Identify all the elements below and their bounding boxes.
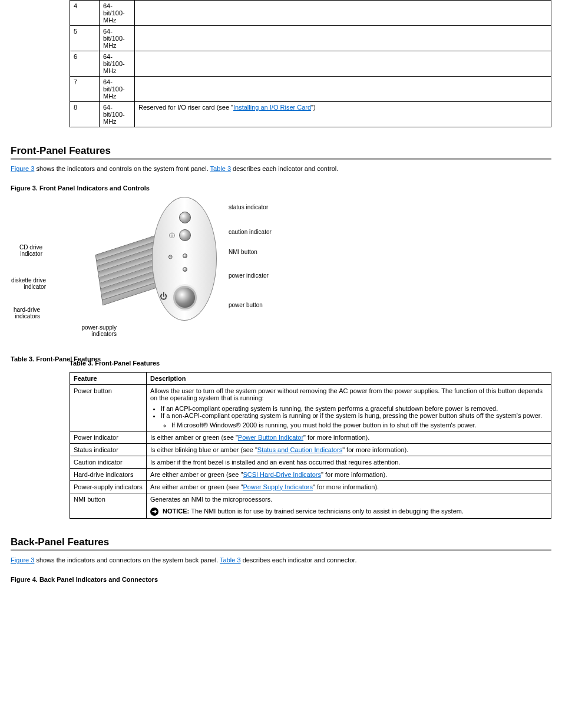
front-intro-text-1: shows the indicators and controls on the… — [36, 165, 210, 172]
callout-powerbtn: power button — [229, 302, 263, 308]
front-intro-text-2: describes each indicator and control. — [233, 165, 338, 172]
table-row: Power-supply indicators Are either amber… — [70, 480, 551, 493]
table-4-link[interactable]: Table 3 — [220, 556, 240, 564]
control-panel-oval: ⓘ ⊖ ⏻ — [152, 197, 217, 321]
list-item: If a non-ACPI-compliant operating system… — [161, 412, 547, 429]
hd-pre: Are either amber or green (see " — [150, 471, 243, 478]
cell-card: 64-bit/100-MHz — [100, 51, 135, 77]
cell-card: 64-bit/100-MHz — [100, 1, 135, 26]
caption-bold: Panel Features — [114, 360, 160, 367]
cell-feature: Status indicator — [70, 443, 147, 456]
si-pre: Is either blinking blue or amber (see " — [150, 446, 257, 453]
table-header-row: Feature Description — [70, 372, 551, 384]
cell-desc — [135, 1, 551, 26]
cell-desc — [135, 26, 551, 51]
scsi-hdd-link[interactable]: SCSI Hard-Drive Indicators — [243, 471, 321, 478]
cell-slot: 8 — [70, 102, 100, 127]
cell-slot: 4 — [70, 1, 100, 26]
pi-post: " for more information). — [303, 434, 369, 441]
back-intro-text-1: shows the indicators and connectors on t… — [36, 556, 220, 564]
bul2-text: If a non-ACPI-compliant operating system… — [161, 412, 542, 419]
cell-card: 64-bit/100-MHz — [100, 77, 135, 102]
cell-desc: Allows the user to turn off the system p… — [147, 384, 551, 431]
riser-link[interactable]: Installing an I/O Riser Card — [233, 104, 311, 111]
cell-feature: NMI button — [70, 493, 147, 518]
figure-3-caption: Figure 3. Front Panel Indicators and Con… — [11, 184, 551, 193]
callout-nmi: NMI button — [229, 249, 257, 255]
cell-desc: Generates an NMI to the microprocessors.… — [147, 493, 551, 518]
status-caution-link[interactable]: Status and Caution Indicators — [257, 446, 342, 453]
section-heading-front: Front-Panel Features — [11, 145, 551, 160]
back-intro-text-2: describes each indicator and connector. — [243, 556, 357, 564]
notice-icon: ➜ — [150, 508, 158, 516]
figure-4-caption: Figure 4. Back Panel Indicators and Conn… — [11, 575, 551, 584]
table-row: NMI button Generates an NMI to the micro… — [70, 493, 551, 518]
nmi-glyph-icon: ⊖ — [168, 253, 173, 260]
callout-cd: CD drive indicator — [11, 244, 42, 257]
cell-card: 64-bit/100-MHz — [100, 102, 135, 127]
cell-slot: 7 — [70, 77, 100, 102]
table-row: 5 64-bit/100-MHz — [70, 26, 551, 51]
col-desc: Description — [147, 372, 551, 384]
figure-3: ⓘ ⊖ ⏻ status indicator caution indicator… — [11, 197, 287, 344]
list-item: If Microsoft® Windows® 2000 is running, … — [171, 421, 547, 429]
table-row: Power button Allows the user to turn off… — [70, 384, 551, 431]
info-glyph-icon: ⓘ — [169, 232, 175, 240]
list-item: If an ACPI-compliant operating system is… — [161, 405, 547, 412]
table-row: Hard-drive indicators Are either amber o… — [70, 468, 551, 480]
table-row: 8 64-bit/100-MHz Reserved for I/O riser … — [70, 102, 551, 127]
cell-desc: Are either amber or green (see "SCSI Har… — [147, 468, 551, 480]
callout-psu: power-supply indicators — [70, 324, 117, 337]
status-led-icon — [179, 212, 191, 223]
device-illustration — [95, 236, 162, 305]
cell-desc — [135, 51, 551, 77]
cell-feature: Power button — [70, 384, 147, 431]
table-row: Caution indicator Is amber if the front … — [70, 456, 551, 468]
notice-label: NOTICE: — [163, 508, 189, 515]
power-led-icon — [183, 267, 187, 272]
section-heading-back: Back-Panel Features — [11, 536, 551, 551]
figure-3-link[interactable]: Figure 3 — [11, 165, 34, 172]
cell-desc: Are either amber or green (see "Power Su… — [147, 480, 551, 493]
nmi-button-icon — [183, 253, 187, 258]
features-table: Feature Description Power button Allows … — [70, 372, 551, 519]
cell-desc — [135, 77, 551, 102]
cell-card: 64-bit/100-MHz — [100, 26, 135, 51]
cell-desc: Is amber if the front bezel is installed… — [147, 456, 551, 468]
cell-feature: Power-supply indicators — [70, 480, 147, 493]
table-row: 4 64-bit/100-MHz — [70, 1, 551, 26]
table-row: 6 64-bit/100-MHz — [70, 51, 551, 77]
callout-status: status indicator — [229, 204, 268, 210]
notice-block: ➜ NOTICE: The NMI button is for use by t… — [150, 508, 547, 516]
table-row: 7 64-bit/100-MHz — [70, 77, 551, 102]
top-table: 4 64-bit/100-MHz 5 64-bit/100-MHz 6 64-b… — [70, 0, 551, 127]
cell-desc: Is either blinking blue or amber (see "S… — [147, 443, 551, 456]
pb-desc: Allows the user to turn off the system p… — [150, 387, 543, 401]
cell-desc: Reserved for I/O riser card (see "Instal… — [135, 102, 551, 127]
table-3-caption-real: Table 3. Front-Panel Features — [70, 359, 551, 368]
col-feature: Feature — [70, 372, 147, 384]
power-glyph-icon: ⏻ — [160, 292, 167, 301]
nmi-desc: Generates an NMI to the microprocessors. — [150, 496, 547, 503]
cell-feature: Hard-drive indicators — [70, 468, 147, 480]
ps-pre: Are either amber or green (see " — [150, 483, 243, 490]
table-3-link[interactable]: Table 3 — [210, 165, 231, 172]
table-row: Status indicator Is either blinking blue… — [70, 443, 551, 456]
callout-diskette: diskette drive indicator — [11, 277, 46, 290]
notice-text: The NMI button is for use by trained ser… — [191, 508, 464, 515]
pi-pre: Is either amber or green (see " — [150, 434, 238, 441]
power-button-indicator-link[interactable]: Power Button Indicator — [238, 434, 303, 441]
cell-feature: Power indicator — [70, 431, 147, 443]
cell-slot: 6 — [70, 51, 100, 77]
figure-4-link[interactable]: Figure 3 — [11, 556, 34, 564]
ps-post: " for more information). — [313, 483, 379, 490]
back-intro-para: Figure 3 shows the indicators and connec… — [11, 556, 551, 565]
callout-powerind: power indicator — [229, 272, 269, 279]
front-intro-para: Figure 3 shows the indicators and contro… — [11, 164, 551, 173]
psu-indicators-link[interactable]: Power Supply Indicators — [243, 483, 313, 490]
caution-led-icon — [179, 229, 191, 241]
cell-feature: Caution indicator — [70, 456, 147, 468]
callout-hdd: hard-drive indicators — [11, 307, 40, 319]
callout-caution: caution indicator — [229, 229, 272, 235]
power-button-icon — [173, 286, 197, 309]
